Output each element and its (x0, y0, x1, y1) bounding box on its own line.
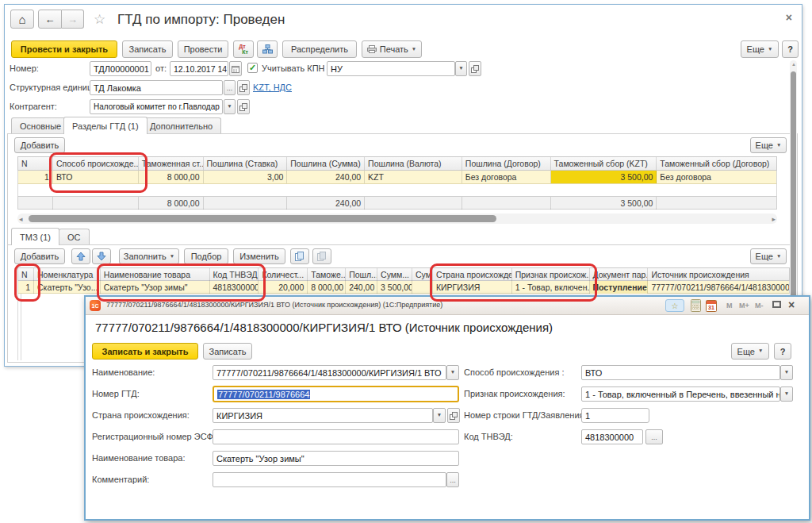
gtd-number-input[interactable]: 77777/070211/9876664 (213, 386, 459, 402)
dialog-titlebar[interactable]: 1С 77777/070211/9876664/1/4818300000/КИР… (86, 297, 809, 315)
sections-table-row[interactable]: 1 ВТО 8 000,00 3,00 240,00 KZT Без догов… (17, 171, 777, 184)
vscroll-thumb[interactable] (791, 71, 796, 298)
memory-plus-button[interactable]: M+ (739, 302, 749, 310)
sections-more-button[interactable]: Еще▼ (750, 137, 787, 153)
save-and-close-button[interactable]: Записать и закрыть (92, 343, 198, 360)
pick-button[interactable]: Подбор (184, 248, 228, 264)
hscroll-thumb[interactable] (29, 215, 496, 222)
origin-method-input[interactable]: ВТО (581, 365, 780, 380)
calendar-picker-button[interactable] (229, 61, 242, 76)
cell-duty-currency[interactable]: KZT (365, 171, 462, 183)
tab-os[interactable]: ОС (59, 229, 90, 244)
scroll-up-icon[interactable]: ▲ (791, 62, 796, 67)
edit-button[interactable]: Изменить (233, 248, 285, 264)
more-button[interactable]: Еще▼ (741, 40, 779, 58)
tab-additional[interactable]: Дополнительно (141, 117, 221, 133)
gtd-line-number-input[interactable]: 1 (581, 408, 649, 423)
kpn-open-button[interactable] (469, 61, 481, 76)
copy-button[interactable] (290, 248, 309, 264)
number-input[interactable]: ТДЛ00000001 (90, 61, 151, 76)
scroll-left-icon[interactable]: ◂ (19, 215, 23, 223)
home-button[interactable]: ⌂ (10, 10, 34, 29)
cell-sum[interactable]: 3 500,00 (377, 281, 412, 294)
cell-n[interactable]: 1 (18, 281, 34, 294)
items-table-row[interactable]: 1 Скатерть "Узо... Скатерть "Узор зимы" … (17, 281, 790, 294)
cell-quantity[interactable]: 20,000 (259, 281, 308, 294)
cell-item-name[interactable]: Скатерть "Узор зимы" (101, 281, 210, 294)
save-button[interactable]: Записать (203, 343, 252, 360)
cell-sum2[interactable] (412, 281, 433, 294)
kpn-mode-input[interactable]: НУ (327, 61, 455, 76)
origin-sign-dropdown-button[interactable]: ▼ (780, 386, 793, 402)
cell-origin-sign[interactable]: 1 - Товар, включен... (512, 281, 590, 294)
name-input[interactable]: 77777/070211/9876664/1/4818300000/КИРГИЗ… (213, 365, 446, 380)
cell-nomenclature[interactable]: Скатерть "Узо... (34, 281, 101, 294)
cell-customs[interactable]: 8 000,00 (308, 281, 346, 294)
help-button[interactable]: ? (782, 40, 799, 58)
kpn-checkbox[interactable]: ✓ (247, 63, 258, 73)
sections-table-hscrollbar[interactable]: ◂ ▸ (17, 213, 777, 224)
date-input[interactable]: 12.10.2017 14:32:11 (170, 61, 228, 76)
cell-tnved-code[interactable]: 4818300000 (210, 281, 259, 294)
cell-origin-country[interactable]: КИРГИЗИЯ (433, 281, 512, 294)
tab-gtd-sections[interactable]: Разделы ГТД (1) (63, 117, 147, 134)
cell-duty-contract[interactable]: Без договора (462, 171, 551, 183)
cell-batch-doc[interactable]: Поступление ... (590, 281, 649, 294)
dt-kt-entries-button[interactable]: ДтКт (233, 40, 254, 58)
counterparty-dropdown-button[interactable]: ▼ (224, 99, 236, 114)
dialog-help-button[interactable]: ? (774, 343, 791, 360)
name-dropdown-button[interactable]: ▼ (446, 365, 459, 380)
cell-fee-contract[interactable]: Без договора (657, 171, 776, 183)
cell-duty-rate[interactable]: 3,00 (204, 171, 288, 183)
unit-open-button[interactable] (237, 80, 250, 95)
cell-duty-sum[interactable]: 240,00 (287, 171, 365, 183)
unit-select-button[interactable]: ... (224, 80, 236, 95)
comment-select-button[interactable]: ... (446, 472, 459, 487)
post-and-close-button[interactable]: Провести и закрыть (11, 40, 117, 58)
counterparty-open-button[interactable] (237, 99, 250, 114)
tab-tmz[interactable]: ТМЗ (1) (11, 228, 59, 245)
structure-button[interactable] (257, 40, 278, 58)
cell-origin-source[interactable]: 77777/070211/9876664/1/4818300000/КИ (648, 281, 789, 294)
item-name-input[interactable]: Скатерть "Узор зимы" (213, 451, 459, 466)
close-icon[interactable]: × (786, 11, 792, 24)
kpn-dropdown-button[interactable]: ▼ (455, 61, 467, 76)
fill-button[interactable]: Заполнить▼ (119, 248, 179, 264)
esf-number-input[interactable] (213, 429, 459, 444)
items-more-button[interactable]: Еще▼ (750, 248, 787, 264)
country-dropdown-button[interactable]: ▼ (433, 408, 446, 423)
calculator-button[interactable] (691, 299, 701, 312)
move-up-button[interactable] (71, 248, 90, 264)
distribute-button[interactable]: Распределить (282, 40, 357, 58)
save-button[interactable]: Записать (122, 40, 173, 58)
add-item-button[interactable]: Добавить (14, 248, 65, 264)
close-icon[interactable]: × (788, 298, 795, 311)
add-section-button[interactable]: Добавить (14, 137, 65, 153)
calendar-button[interactable]: 31 (706, 299, 717, 312)
print-button[interactable]: Печать▼ (362, 40, 422, 58)
comment-input[interactable] (213, 472, 446, 487)
tnved-code-select-button[interactable]: ... (645, 429, 663, 444)
country-open-button[interactable] (447, 408, 460, 423)
cell-duty[interactable]: 240,00 (346, 281, 377, 294)
unit-input[interactable]: ТД Лакомка (90, 80, 223, 95)
dialog-more-button[interactable]: Еще▼ (731, 343, 769, 360)
paste-button[interactable] (312, 248, 331, 264)
back-button[interactable]: ← (38, 10, 62, 29)
currency-vat-link[interactable]: KZT, НДС (253, 83, 292, 92)
cell-customs-value[interactable]: 8 000,00 (139, 171, 204, 183)
memory-minus-button[interactable]: M- (755, 302, 764, 310)
scroll-right-icon[interactable]: ▸ (772, 215, 776, 223)
maximize-icon[interactable] (772, 301, 781, 308)
memory-button[interactable]: M (726, 302, 733, 310)
post-button[interactable]: Провести (178, 40, 228, 58)
cell-origin-method[interactable]: ВТО (53, 171, 139, 183)
country-input[interactable]: КИРГИЗИЯ (213, 408, 433, 423)
counterparty-input[interactable]: Налоговый комитет по г.Павлодар (90, 99, 223, 114)
favorites-badge-button[interactable]: ☆ (665, 299, 684, 312)
tab-main[interactable]: Основные (11, 117, 70, 133)
forward-button[interactable]: → (62, 10, 84, 29)
origin-method-dropdown-button[interactable]: ▼ (780, 365, 793, 380)
cell-fee-kzt[interactable]: 3 500,00 (551, 171, 657, 183)
tnved-code-input[interactable]: 4818300000 (581, 429, 643, 444)
